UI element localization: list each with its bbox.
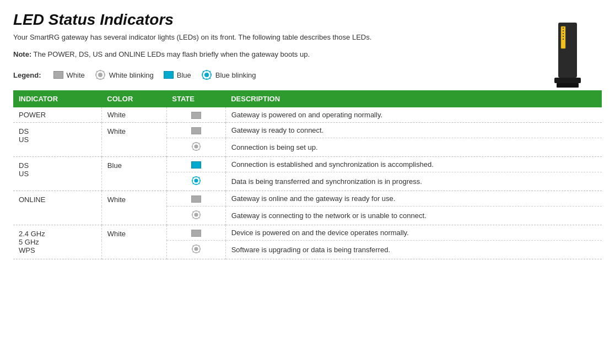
color-cell: White <box>101 191 166 225</box>
table-row: DSUS White Gateway is ready to connect. <box>13 123 602 138</box>
desc-cell: Connection is established and synchroniz… <box>225 157 602 172</box>
svg-rect-8 <box>557 83 579 88</box>
state-icon-solid-blue <box>191 161 201 169</box>
legend-item-blue-blinking: Blue blinking <box>201 69 256 80</box>
blue-blink-icon <box>201 69 212 80</box>
desc-cell: Gateway is powered on and operating norm… <box>225 107 602 123</box>
col-header-description: DESCRIPTION <box>225 90 602 107</box>
table-row: 2.4 GHz5 GHzWPS White Device is powered … <box>13 225 602 241</box>
table-row: DSUS Blue Connection is established and … <box>13 157 602 172</box>
white-solid-icon <box>53 71 63 79</box>
desc-cell: Gateway is connecting to the network or … <box>225 207 602 225</box>
desc-cell: Gateway is online and the gateway is rea… <box>225 191 602 207</box>
svg-point-50 <box>194 213 198 217</box>
color-cell: White <box>101 107 166 123</box>
state-cell <box>166 225 225 241</box>
svg-rect-6 <box>563 39 564 40</box>
state-icon-blink-white <box>191 142 201 153</box>
color-cell: White <box>101 225 166 259</box>
svg-point-30 <box>194 145 198 149</box>
state-cell <box>166 241 225 259</box>
state-icon-blink-white <box>191 210 201 221</box>
indicator-cell: DSUS <box>13 157 101 191</box>
legend-label: Legend: <box>13 71 41 79</box>
indicator-cell: POWER <box>13 107 101 123</box>
svg-rect-4 <box>563 33 564 34</box>
col-header-indicator: INDICATOR <box>13 90 101 107</box>
svg-rect-3 <box>563 30 564 31</box>
state-icon-solid-white <box>191 112 201 119</box>
desc-cell: Connection is being set up. <box>225 138 602 157</box>
state-cell <box>166 138 225 157</box>
state-cell <box>166 172 225 191</box>
table-header-row: INDICATOR COLOR STATE DESCRIPTION <box>13 90 602 107</box>
white-blink-icon <box>95 69 106 80</box>
indicator-cell: ONLINE <box>13 191 101 225</box>
table-row: POWER White Gateway is powered on and op… <box>13 107 602 123</box>
svg-point-20 <box>204 73 209 77</box>
device-image <box>544 20 589 91</box>
col-header-color: COLOR <box>101 90 166 107</box>
svg-point-10 <box>98 73 102 77</box>
state-cell <box>166 157 225 172</box>
legend-item-white: White <box>53 71 85 79</box>
desc-cell: Data is being transferred and synchroniz… <box>225 172 602 191</box>
svg-point-40 <box>194 179 198 183</box>
legend: Legend: White White bl <box>13 69 602 80</box>
desc-cell: Gateway is ready to connect. <box>225 123 602 138</box>
legend-item-white-blinking: White blinking <box>95 69 154 80</box>
blue-solid-icon <box>164 71 174 79</box>
page-title: LED Status Indicators <box>13 11 602 29</box>
state-icon-blink-white <box>191 244 201 256</box>
note-label: Note: <box>13 50 31 58</box>
intro-text: Your SmartRG gateway has several indicat… <box>13 33 465 41</box>
state-cell <box>166 107 225 123</box>
legend-blue-label: Blue <box>177 71 191 79</box>
desc-cell: Device is powered on and the device oper… <box>225 225 602 241</box>
svg-rect-1 <box>561 26 565 48</box>
desc-cell: Software is upgrading or data is being t… <box>225 241 602 259</box>
legend-blue-blinking-label: Blue blinking <box>215 71 256 79</box>
color-cell: White <box>101 123 166 157</box>
legend-white-label: White <box>67 71 85 79</box>
state-cell <box>166 191 225 207</box>
led-table: INDICATOR COLOR STATE DESCRIPTION POWER … <box>13 90 602 259</box>
state-cell <box>166 207 225 225</box>
legend-item-blue: Blue <box>164 71 191 79</box>
svg-rect-2 <box>563 28 564 29</box>
note-body: The POWER, DS, US and ONLINE LEDs may fl… <box>31 50 310 58</box>
state-icon-solid-white <box>191 230 201 237</box>
svg-rect-5 <box>563 36 564 37</box>
state-icon-solid-white <box>191 127 201 134</box>
col-header-state: STATE <box>166 90 225 107</box>
legend-white-blinking-label: White blinking <box>109 71 154 79</box>
svg-rect-7 <box>554 78 581 83</box>
svg-point-60 <box>194 247 198 251</box>
table-row: ONLINE White Gateway is online and the g… <box>13 191 602 207</box>
state-cell <box>166 123 225 138</box>
indicator-cell: DSUS <box>13 123 101 157</box>
color-cell: Blue <box>101 157 166 191</box>
note: Note: The POWER, DS, US and ONLINE LEDs … <box>13 50 602 58</box>
state-icon-blink-blue <box>191 176 201 187</box>
indicator-cell: 2.4 GHz5 GHzWPS <box>13 225 101 259</box>
state-icon-solid-white <box>191 195 201 203</box>
